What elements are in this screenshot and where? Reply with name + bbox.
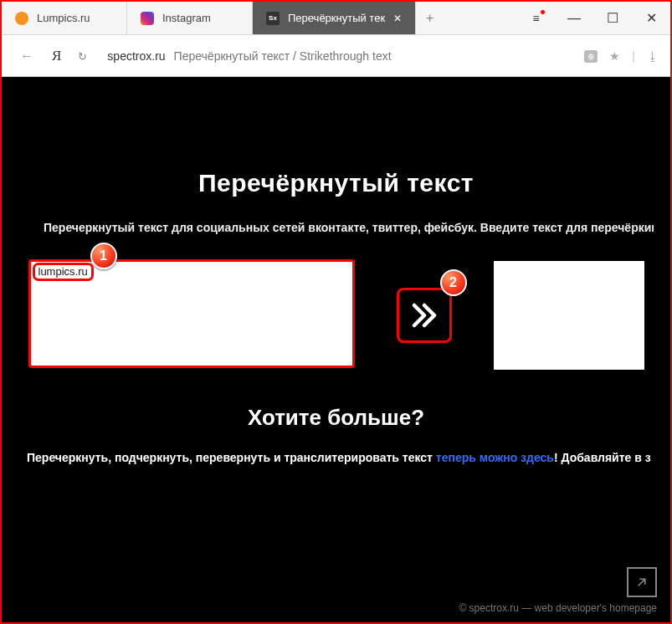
favicon-spectrox: Sx: [266, 12, 280, 25]
double-chevron-right-icon: [409, 300, 439, 330]
more-link[interactable]: теперь можно здесь: [436, 451, 554, 464]
more-text-before: Перечеркнуть, подчеркнуть, перевернуть и…: [27, 451, 436, 464]
back-button[interactable]: ←: [13, 45, 40, 67]
favicon-instagram: [141, 12, 154, 25]
page-content: Перечёркнутый текст Перечеркнутый текст …: [2, 77, 670, 622]
tab-lumpics[interactable]: Lumpics.ru: [2, 2, 127, 34]
more-text-after: ! Добавляйте в з: [554, 451, 651, 464]
menu-icon: ≡: [532, 12, 538, 25]
url-domain: spectrox.ru: [107, 49, 165, 63]
maximize-button[interactable]: ☐: [593, 2, 632, 34]
url-title: Перечёркнутый текст / Strikethrough text: [174, 49, 392, 63]
new-tab-button[interactable]: +: [416, 11, 444, 26]
address-bar: ← Я ↻ spectrox.ru Перечёркнутый текст / …: [2, 35, 670, 77]
reload-button[interactable]: ↻: [73, 49, 92, 64]
bookmark-icon[interactable]: ★: [609, 49, 620, 63]
close-window-button[interactable]: ✕: [632, 2, 670, 34]
convert-button[interactable]: [397, 288, 452, 343]
more-description: Перечеркнуть, подчеркнуть, перевернуть и…: [2, 451, 670, 464]
menu-button[interactable]: ≡: [516, 2, 555, 34]
page-footer: © spectrox.ru — web developer's homepage: [459, 567, 657, 614]
footer-text: © spectrox.ru — web developer's homepage: [459, 602, 657, 614]
window-controls: ≡ — ☐ ✕: [516, 2, 670, 34]
translate-icon[interactable]: ⊕: [584, 50, 598, 63]
callout-badge-1: 1: [90, 243, 117, 269]
address-actions: ⊕ ★ | ⭳: [584, 49, 659, 63]
browser-chrome: Lumpics.ru Instagram Sx Перечёркнутый те…: [2, 2, 670, 77]
tab-label: Lumpics.ru: [37, 12, 90, 24]
text-output[interactable]: [494, 261, 644, 370]
url-input[interactable]: spectrox.ru Перечёркнутый текст / Strike…: [100, 44, 576, 68]
tab-label: Instagram: [162, 12, 211, 24]
yandex-home-icon[interactable]: Я: [49, 48, 64, 64]
more-heading: Хотите больше?: [2, 405, 670, 431]
external-link-button[interactable]: [627, 567, 657, 597]
close-icon[interactable]: ✕: [393, 13, 402, 24]
minimize-button[interactable]: —: [555, 2, 593, 34]
notification-dot: [540, 9, 546, 15]
input-value-highlight: lumpics.ru: [33, 263, 94, 281]
tab-label: Перечёркнутый тек: [288, 12, 385, 24]
input-wrapper: 1 lumpics.ru: [28, 259, 355, 371]
work-area: 1 lumpics.ru 2: [2, 259, 670, 371]
page-description: Перечеркнутый текст для социальных сетей…: [44, 221, 654, 234]
tab-spectrox[interactable]: Sx Перечёркнутый тек ✕: [253, 2, 416, 34]
callout-badge-2: 2: [440, 269, 467, 296]
page-title: Перечёркнутый текст: [2, 169, 670, 197]
favicon-lumpics: [15, 12, 28, 25]
convert-wrapper: 2: [397, 288, 452, 343]
external-link-icon: [634, 575, 649, 590]
tab-bar: Lumpics.ru Instagram Sx Перечёркнутый те…: [2, 2, 670, 35]
tab-instagram[interactable]: Instagram: [127, 2, 253, 34]
download-icon[interactable]: ⭳: [647, 49, 659, 63]
